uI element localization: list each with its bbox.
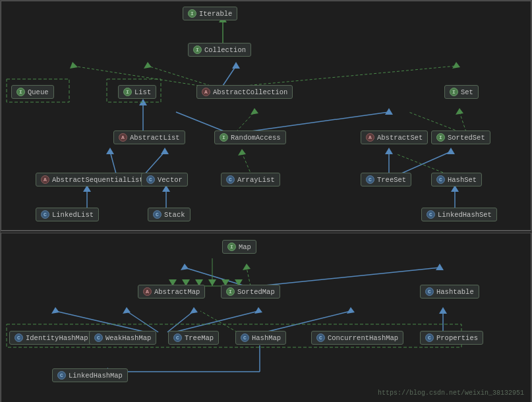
svg-line-39 — [185, 268, 245, 286]
svg-line-18 — [459, 112, 466, 132]
node-linkedhashmap: C LinkedHashMap — [52, 368, 128, 382]
svg-line-12 — [176, 112, 225, 132]
svg-marker-63 — [347, 307, 355, 314]
node-linkedhashset: C LinkedHashSet — [421, 208, 497, 221]
node-iterable: I Iterable — [183, 7, 237, 20]
node-treemap: C TreeMap — [168, 331, 219, 345]
icon-queue: I — [16, 88, 25, 96]
svg-line-8 — [245, 66, 456, 86]
icon-vector: C — [146, 175, 155, 184]
svg-line-17 — [409, 112, 459, 132]
svg-line-6 — [223, 66, 236, 86]
svg-marker-42 — [243, 264, 251, 270]
svg-marker-25 — [238, 149, 246, 156]
svg-marker-19 — [456, 108, 463, 115]
watermark: https://blog.csdn.net/weixin_38132951 — [378, 389, 524, 397]
icon-abstractlist: A — [119, 133, 127, 142]
node-stack: C Stack — [148, 208, 191, 221]
svg-marker-60 — [254, 307, 262, 314]
icon-identityhashmap: C — [15, 333, 23, 342]
icon-concurrenthashmap: C — [316, 333, 325, 342]
node-linkedlist: C LinkedList — [36, 208, 99, 221]
icon-randomaccess: I — [220, 133, 228, 142]
node-collection: I Collection — [188, 43, 251, 57]
node-properties: C Properties — [420, 331, 483, 345]
node-arraylist: C ArrayList — [221, 173, 280, 187]
icon-map: I — [227, 243, 236, 251]
svg-line-53 — [55, 311, 146, 332]
svg-marker-58 — [190, 307, 198, 314]
node-abstractset: A AbstractSet — [361, 130, 428, 144]
bottom-panel: I Map A AbstractMap I SortedMap C Hashta… — [1, 233, 531, 402]
icon-hashtable: C — [425, 287, 434, 296]
icon-treemap: C — [173, 333, 182, 342]
svg-line-41 — [247, 268, 251, 286]
svg-marker-11 — [139, 99, 147, 105]
svg-line-13 — [236, 112, 254, 132]
icon-treeset: C — [366, 175, 374, 184]
svg-marker-21 — [106, 148, 114, 154]
svg-marker-40 — [181, 264, 189, 270]
svg-marker-65 — [439, 307, 447, 314]
svg-marker-7 — [232, 62, 240, 69]
svg-marker-16 — [385, 108, 393, 115]
icon-arraylist: C — [226, 175, 235, 184]
svg-marker-29 — [447, 148, 455, 154]
icon-linkedlist: C — [41, 210, 49, 219]
icon-set: I — [450, 88, 458, 96]
svg-marker-48 — [208, 279, 216, 286]
svg-marker-44 — [436, 264, 444, 270]
node-hashtable: C Hashtable — [420, 285, 479, 299]
icon-list: I — [123, 88, 132, 96]
top-svg — [1, 1, 531, 230]
node-randomaccess: I RandomAccess — [214, 130, 286, 144]
icon-abstractcollection: A — [202, 88, 210, 96]
icon-hashmap: C — [241, 333, 249, 342]
icon-hashset: C — [436, 175, 445, 184]
svg-marker-9 — [452, 62, 460, 69]
svg-line-57 — [167, 311, 194, 332]
svg-line-62 — [265, 311, 351, 332]
node-abstractcollection: A AbstractCollection — [196, 85, 293, 99]
icon-properties: C — [425, 333, 434, 342]
node-sortedset: I SortedSet — [431, 130, 490, 144]
node-abstractlist: A AbstractList — [113, 130, 185, 144]
svg-marker-14 — [251, 108, 258, 115]
node-identityhashmap: C IdentityHashMap — [9, 331, 94, 345]
svg-marker-54 — [51, 307, 59, 314]
svg-marker-3 — [70, 62, 78, 69]
icon-sortedset: I — [436, 133, 445, 142]
node-queue: I Queue — [11, 85, 54, 99]
svg-marker-56 — [123, 307, 131, 314]
diagram-container: I Iterable I Collection I Queue I List A… — [0, 0, 532, 402]
node-set: I Set — [444, 85, 479, 99]
node-hashset: C HashSet — [431, 173, 482, 187]
icon-abstractsequentiallist: A — [41, 175, 49, 184]
icon-abstractset: A — [366, 133, 374, 142]
node-abstractsequentiallist: A AbstractSequentialList — [36, 173, 149, 187]
svg-line-55 — [127, 311, 158, 332]
icon-weakhashmap: C — [94, 333, 103, 342]
svg-line-61 — [200, 311, 237, 332]
svg-line-15 — [247, 112, 389, 132]
icon-collection: I — [193, 45, 202, 54]
node-weakhashmap: C WeakHashMap — [89, 331, 156, 345]
node-treeset: C TreeSet — [361, 173, 411, 187]
top-panel: I Iterable I Collection I Queue I List A… — [1, 1, 531, 231]
svg-line-4 — [148, 66, 210, 86]
icon-abstractmap: A — [143, 287, 152, 296]
icon-linkedhashmap: C — [57, 371, 66, 380]
node-map: I Map — [222, 240, 256, 254]
node-list: I List — [118, 85, 156, 99]
node-abstractmap: A AbstractMap — [138, 285, 205, 299]
svg-marker-23 — [161, 148, 169, 154]
icon-sortedmap: I — [226, 287, 235, 296]
svg-line-2 — [73, 66, 199, 86]
icon-linkedhashset: C — [427, 210, 435, 219]
svg-line-59 — [174, 311, 258, 332]
node-hashmap: C HashMap — [235, 331, 286, 345]
node-sortedmap: I SortedMap — [221, 285, 280, 299]
svg-marker-5 — [144, 62, 152, 69]
node-concurrenthashmap: C ConcurrentHashMap — [311, 331, 403, 345]
svg-line-43 — [258, 268, 440, 286]
